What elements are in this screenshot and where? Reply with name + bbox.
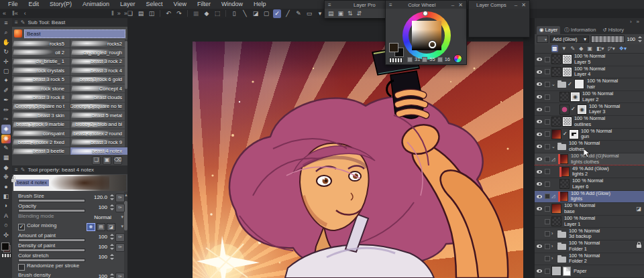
close-icon[interactable]: ✕ bbox=[458, 2, 464, 8]
eye-icon[interactable] bbox=[537, 182, 542, 186]
property-spinner[interactable] bbox=[109, 244, 114, 250]
menu-help[interactable]: Help bbox=[248, 0, 272, 9]
layer-thumbnail[interactable] bbox=[551, 54, 561, 64]
layer-thumbnail[interactable] bbox=[559, 167, 570, 177]
tool-panel-menu-icon[interactable]: ≡ bbox=[1, 19, 11, 27]
figure-tool[interactable]: ◗ bbox=[1, 202, 11, 210]
color-mode-toggle-icon[interactable] bbox=[453, 54, 462, 63]
line-tool-icon[interactable]: ╲ bbox=[241, 9, 249, 18]
add-subtool-icon[interactable]: ❏ bbox=[92, 156, 101, 165]
eye-icon[interactable] bbox=[537, 170, 542, 173]
visibility-cell[interactable] bbox=[536, 245, 543, 248]
layer-thumbnail[interactable] bbox=[551, 67, 561, 77]
menu-file[interactable]: File bbox=[3, 0, 23, 9]
brush-item-right[interactable]: beast 3 rock 6 gold bbox=[70, 76, 127, 84]
pen-tool[interactable]: ✒ bbox=[1, 96, 11, 105]
delete-subtool-icon[interactable]: ⌫ bbox=[113, 156, 122, 165]
crop-icon[interactable]: ⬚ bbox=[213, 9, 221, 18]
brush-item-right[interactable]: beast 3 rock 2 bbox=[70, 58, 127, 66]
nav-first-icon[interactable]: « bbox=[3, 10, 6, 17]
eye-icon[interactable] bbox=[537, 95, 542, 98]
visibility-cell[interactable] bbox=[536, 157, 543, 161]
blend-tool[interactable]: ❉ bbox=[1, 173, 11, 182]
select-cell[interactable] bbox=[544, 194, 550, 199]
layer-row-lights[interactable]: ◿100 % Add (Glow)lights bbox=[535, 191, 644, 204]
panel-menu-icon[interactable]: ≡ bbox=[15, 167, 18, 173]
layer-checkbox[interactable] bbox=[545, 169, 550, 174]
caret-right-icon[interactable]: › bbox=[551, 244, 556, 249]
layer-mask-icon[interactable]: ◧▾ bbox=[596, 45, 605, 52]
dynamics-button[interactable]: ✑ bbox=[115, 273, 125, 278]
clip-at-layer-icon[interactable]: ▩ bbox=[551, 45, 558, 52]
brush-item-right[interactable]: beast 4 notex 2 round bbox=[70, 129, 127, 137]
property-spinner[interactable] bbox=[109, 254, 114, 260]
brush-item-right[interactable]: beast 3 rock 4 bbox=[70, 66, 127, 74]
layer-thumbnail[interactable] bbox=[559, 179, 570, 189]
layer-opacity-slider[interactable] bbox=[591, 36, 625, 43]
layer-row-layer-2[interactable]: 100 % NormalLayer 2 bbox=[535, 91, 644, 104]
chevron-down-icon[interactable]: ▾ bbox=[121, 214, 123, 220]
layer-mask-thumbnail[interactable] bbox=[563, 117, 572, 126]
layer-checkbox[interactable] bbox=[545, 244, 550, 249]
close-icon[interactable]: ✕ bbox=[521, 2, 527, 8]
select-cell[interactable] bbox=[544, 206, 550, 212]
eye-icon[interactable] bbox=[537, 207, 542, 210]
fill-tool[interactable]: ● bbox=[1, 183, 11, 192]
edit-line-icon[interactable]: ✎ bbox=[294, 9, 303, 18]
pencil-tool[interactable]: ✏ bbox=[1, 106, 11, 115]
brush-item-left[interactable]: Concept 5 square no t bbox=[12, 102, 70, 111]
zoom-tool[interactable]: ⌕ bbox=[1, 28, 11, 37]
dynamics-button[interactable]: ✑ bbox=[115, 243, 125, 252]
layer-row-gun[interactable]: ✓100 % Normalgun bbox=[535, 129, 644, 141]
panel-collapse-icon[interactable]: › bbox=[630, 19, 632, 25]
property-slider[interactable] bbox=[18, 238, 85, 242]
tab-information[interactable]: ⓘInformation bbox=[561, 26, 598, 34]
menu-select[interactable]: Select bbox=[141, 0, 168, 9]
layer-checkbox[interactable] bbox=[545, 107, 550, 112]
layer-checkbox[interactable] bbox=[545, 157, 550, 162]
select-cell[interactable] bbox=[544, 182, 550, 187]
select-cell[interactable] bbox=[544, 119, 550, 125]
brush-item-right[interactable]: blobby2 - blob and bl bbox=[70, 121, 127, 129]
saturation-value-square[interactable] bbox=[412, 21, 441, 50]
visibility-cell[interactable] bbox=[536, 207, 543, 210]
layer-row-3d-backup[interactable]: ›100 % Normal3d backup bbox=[535, 228, 644, 240]
brush-item-left[interactable]: oil 2 bbox=[12, 48, 70, 56]
eye-icon[interactable] bbox=[537, 145, 542, 148]
visibility-cell[interactable] bbox=[536, 195, 543, 198]
visibility-cell[interactable] bbox=[536, 145, 543, 148]
menu-animation[interactable]: Animation bbox=[77, 0, 115, 9]
eye-icon[interactable] bbox=[537, 70, 542, 74]
eye-icon[interactable] bbox=[537, 82, 542, 86]
ruler-dropdown-icon[interactable]: ▾ bbox=[316, 9, 324, 18]
menu-story-p[interactable]: Story(P) bbox=[44, 0, 77, 9]
ruler-icon[interactable]: ◸▾ bbox=[608, 45, 616, 52]
caret-down-icon[interactable]: ⌄ bbox=[551, 82, 556, 87]
property-slider[interactable] bbox=[18, 249, 85, 252]
visibility-cell[interactable] bbox=[536, 133, 543, 136]
nav-pause-icon[interactable]: ‖ bbox=[111, 10, 114, 17]
menu-view[interactable]: View bbox=[168, 0, 192, 9]
brush-item-left[interactable]: beast 3 rock 5 bbox=[12, 76, 70, 84]
layer-row-layer-3[interactable]: ✓100 % NormalLayer 3 bbox=[535, 103, 644, 116]
brush-item-right[interactable]: dv_angled_rough bbox=[70, 48, 127, 56]
layer-checkbox[interactable] bbox=[545, 94, 550, 100]
layer-color-dropdown[interactable]: ▾ bbox=[537, 36, 548, 43]
brush-item-left[interactable]: beast 3 rock 8 bbox=[12, 93, 70, 101]
select-cell[interactable] bbox=[544, 256, 550, 261]
layer-row-layer-1[interactable]: 100 % NormalLayer 1 bbox=[535, 216, 644, 228]
property-spinner[interactable] bbox=[109, 194, 114, 200]
palette-icon[interactable]: ❖▾ bbox=[619, 45, 627, 52]
nav-prev-group-icon[interactable]: ‖« bbox=[12, 10, 18, 17]
layer-checkbox[interactable] bbox=[545, 206, 550, 212]
property-checkbox[interactable] bbox=[18, 264, 25, 271]
dynamics-button[interactable]: ✑ bbox=[115, 204, 125, 212]
operation-tool[interactable]: ✣ bbox=[1, 231, 11, 240]
property-spinner[interactable] bbox=[109, 234, 114, 240]
blend-mode-select[interactable]: Add (Glow) ▾ bbox=[550, 36, 589, 43]
menu-edit[interactable]: Edit bbox=[23, 0, 45, 9]
move-tool[interactable]: ✛ bbox=[1, 58, 11, 66]
select-cell[interactable] bbox=[544, 157, 550, 162]
subtool-group-row[interactable]: Beast bbox=[12, 27, 127, 40]
layer-thumbnail[interactable] bbox=[551, 129, 561, 139]
